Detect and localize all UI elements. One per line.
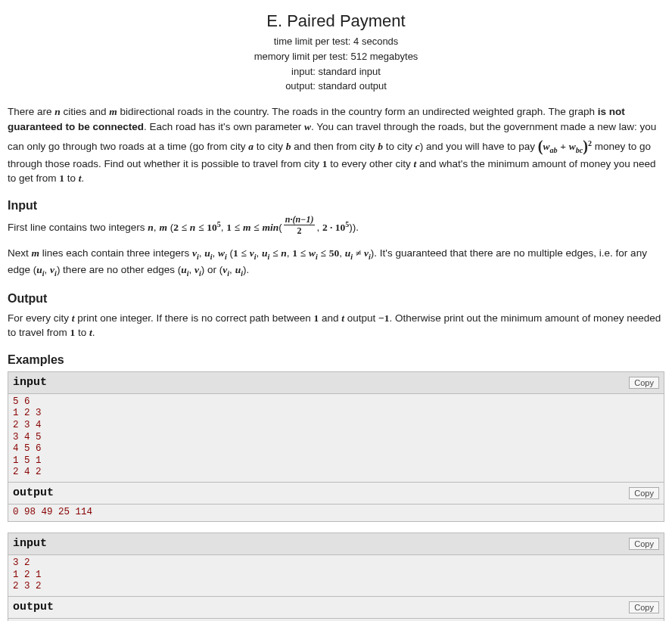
example-output-header: output Copy — [8, 596, 664, 619]
time-limit: time limit per test: 4 seconds — [8, 35, 664, 49]
copy-button[interactable]: Copy — [629, 377, 659, 389]
output-heading: Output — [8, 290, 664, 307]
output-file: output: standard output — [8, 79, 664, 94]
example-input-body: 3 2 1 2 1 2 3 2 — [8, 555, 664, 596]
copy-button[interactable]: Copy — [629, 538, 659, 550]
example-1: input Copy 5 6 1 2 3 2 3 4 3 4 5 4 5 6 1… — [8, 371, 664, 523]
example-input-body: 5 6 1 2 3 2 3 4 3 4 5 4 5 6 1 5 1 2 4 2 — [8, 394, 664, 482]
problem-header: E. Paired Payment time limit per test: 4… — [8, 9, 664, 94]
output-label: output — [13, 599, 54, 616]
example-output-body: 0 98 49 25 114 — [8, 505, 664, 522]
problem-statement: There are n cities and m bidirectional r… — [8, 104, 664, 621]
input-paragraph-1: First line contains two integers n, m (2… — [8, 217, 664, 238]
output-label: output — [13, 485, 54, 501]
input-heading: Input — [8, 197, 664, 214]
examples-heading: Examples — [8, 351, 664, 368]
example-output-header: output Copy — [8, 482, 664, 505]
input-paragraph-2: Next m lines each contain three integers… — [8, 246, 664, 279]
example-input-header: input Copy — [8, 372, 664, 394]
input-file: input: standard input — [8, 65, 664, 79]
problem-title: E. Paired Payment — [8, 9, 664, 33]
memory-limit: memory limit per test: 512 megabytes — [8, 50, 664, 64]
example-2: input Copy 3 2 1 2 1 2 3 2 output Copy 0… — [8, 533, 664, 621]
statement-paragraph: There are n cities and m bidirectional r… — [8, 104, 664, 185]
copy-button[interactable]: Copy — [629, 601, 659, 613]
output-paragraph: For every city t print one integer. If t… — [8, 311, 664, 340]
example-input-header: input Copy — [8, 533, 664, 555]
copy-button[interactable]: Copy — [629, 487, 659, 499]
input-label: input — [13, 374, 47, 391]
input-label: input — [13, 536, 47, 552]
